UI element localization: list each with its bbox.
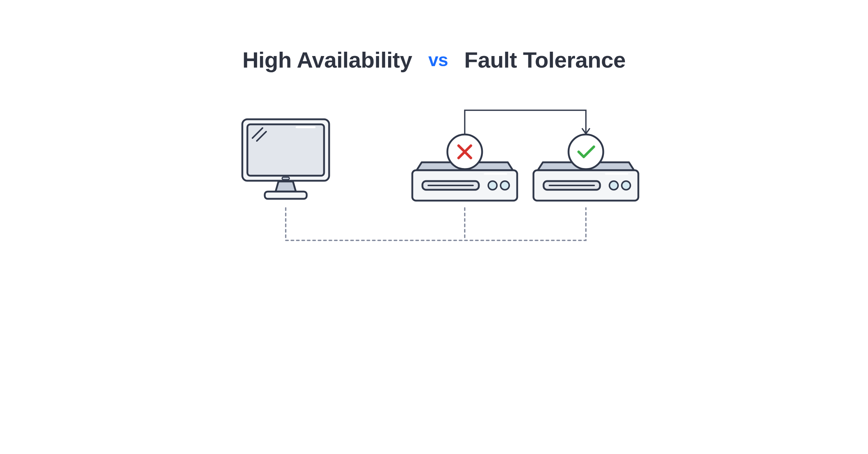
svg-point-10: [488, 181, 497, 190]
svg-rect-6: [265, 192, 307, 199]
x-icon: [447, 134, 482, 169]
svg-point-17: [609, 181, 618, 190]
network-dashed-line: [286, 208, 586, 240]
diagram-canvas: High Availability vs Fault Tolerance: [163, 0, 705, 284]
monitor-icon: [242, 119, 329, 199]
svg-point-20: [569, 134, 603, 169]
diagram-svg: [163, 0, 705, 284]
svg-point-18: [622, 181, 630, 190]
svg-rect-5: [282, 177, 289, 180]
svg-point-11: [501, 181, 509, 190]
check-icon: [569, 134, 603, 169]
failover-arrow: [465, 110, 590, 136]
